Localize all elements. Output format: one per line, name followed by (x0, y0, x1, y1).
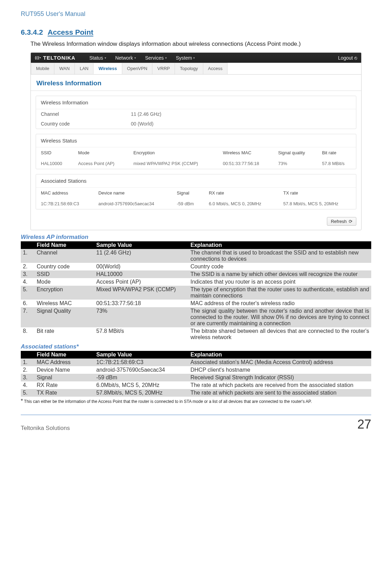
logout-icon: ⎋ (354, 55, 357, 61)
table-row: 2.Device Nameandroid-3757690c5aecac34DHC… (21, 366, 371, 374)
col-txrate: TX rate (278, 188, 356, 198)
info-row-country: Country code 00 (World) (36, 119, 356, 129)
card-title-info: Wireless Information (36, 96, 356, 109)
info-value: 00 (World) (131, 121, 153, 127)
col-encryption: Encryption (128, 147, 218, 158)
brand-text: TELTONIKA (43, 55, 75, 61)
associated-stations-card: Associated Stations MAC address Device n… (36, 174, 356, 209)
page-number: 27 (357, 417, 371, 432)
table-row: 5.TX Rate57.8Mbit/s, MCS 5, 20MHzThe rat… (21, 389, 371, 397)
tab-access[interactable]: Access (203, 63, 228, 74)
logout-link[interactable]: Logout ⎋ (338, 55, 357, 61)
brand-logo: (((• TELTONIKA (35, 55, 75, 61)
card-title-status: Wireless Status (36, 134, 356, 147)
nav-system[interactable]: System▾ (176, 55, 195, 61)
table-row: 2.Country code00(World)Country code (21, 263, 371, 270)
info-row-channel: Channel 11 (2.46 GHz) (36, 109, 356, 119)
card-title-assoc: Associated Stations (36, 174, 356, 188)
section-number: 6.3.4.2 (21, 28, 43, 36)
table-row: 3.SSIDHAL10000The SSID is a name by whic… (21, 270, 371, 278)
col-mac: MAC address (36, 188, 93, 198)
col-mode: Mode (73, 147, 129, 158)
col-sample: Sample Value (94, 351, 188, 359)
footnote: * This can either be the information of … (21, 398, 371, 404)
info-value: 11 (2.46 GHz) (131, 111, 161, 117)
refresh-icon: ⟳ (349, 219, 353, 224)
refresh-row: Refresh ⟳ (31, 214, 361, 230)
table-row: 3.Signal-59 dBmReceived Signal Strength … (21, 374, 371, 381)
col-signal: Signal (172, 188, 204, 198)
ap-heading: Wireless AP information (21, 234, 371, 241)
table-row: 8.Bit rate57.8 MBit/sThe bitrate shared … (21, 327, 371, 341)
tab-topology[interactable]: Topology (175, 63, 203, 74)
col-signal: Signal quality (273, 147, 317, 158)
tab-openvpn[interactable]: OpenVPN (122, 63, 153, 74)
tab-vrrp[interactable]: VRRP (152, 63, 175, 74)
table-row: 7.Signal Quality73%The signal quality be… (21, 307, 371, 327)
col-blank (21, 351, 35, 359)
col-field: Field Name (35, 241, 94, 249)
chevron-down-icon: ▾ (193, 56, 195, 60)
assoc-table: MAC address Device name Signal RX rate T… (36, 188, 356, 209)
table-row: 4.RX Rate6.0Mbit/s, MCS 5, 20MHzThe rate… (21, 381, 371, 389)
col-bitrate: Bit rate (317, 147, 356, 158)
col-explanation: Explanation (188, 351, 371, 359)
refresh-label: Refresh (331, 219, 347, 224)
col-rxrate: RX rate (204, 188, 278, 198)
main-nav: Status▾ Network▾ Services▾ System▾ (89, 55, 338, 61)
tab-mobile[interactable]: Mobile (31, 63, 54, 74)
col-field: Field Name (35, 351, 94, 359)
nav-services[interactable]: Services▾ (145, 55, 167, 61)
refresh-button[interactable]: Refresh ⟳ (327, 217, 356, 226)
tab-wan[interactable]: WAN (54, 63, 75, 74)
info-key: Channel (41, 111, 131, 117)
chevron-down-icon: ▾ (165, 56, 167, 60)
tab-lan[interactable]: LAN (74, 63, 93, 74)
panel-title: Wireless Information (31, 75, 361, 91)
table-row: 6.Wireless MAC00:51:33:77:56:18MAC addre… (21, 300, 371, 307)
chevron-down-icon: ▾ (105, 56, 106, 60)
sub-tabs: Mobile WAN LAN Wireless OpenVPN VRRP Top… (31, 63, 361, 75)
nav-status[interactable]: Status▾ (89, 55, 106, 61)
col-mac: Wireless MAC (218, 147, 274, 158)
status-row: HAL10000 Access Point (AP) mixed WPA/WPA… (36, 158, 356, 169)
col-devicename: Device name (93, 188, 172, 198)
intro-paragraph: The Wireless Information window displays… (30, 41, 371, 48)
page-footer: Teltonika Solutions 27 (21, 415, 371, 432)
col-ssid: SSID (36, 147, 73, 158)
status-table: SSID Mode Encryption Wireless MAC Signal… (36, 147, 356, 169)
app-topbar: (((• TELTONIKA Status▾ Network▾ Services… (31, 53, 361, 63)
wireless-status-card: Wireless Status SSID Mode Encryption Wir… (36, 134, 356, 169)
col-sample: Sample Value (94, 241, 188, 249)
info-key: Country code (41, 121, 131, 127)
col-explanation: Explanation (188, 241, 371, 249)
table-row: 1.MAC Address1C:7B:21:58:69:C3Associated… (21, 359, 371, 366)
logo-icon: (((• (35, 56, 41, 60)
assoc-info-table: Field Name Sample Value Explanation 1.MA… (21, 351, 371, 397)
wireless-info-card: Wireless Information Channel 11 (2.46 GH… (36, 96, 356, 129)
table-row: 5.EncryptionMixed WPA/WPA2 PSK (CCMP)The… (21, 286, 371, 300)
footer-text: Teltonika Solutions (21, 425, 70, 432)
ap-info-table: Field Name Sample Value Explanation 1.Ch… (21, 241, 371, 341)
screenshot-panel: (((• TELTONIKA Status▾ Network▾ Services… (30, 52, 362, 230)
tab-wireless[interactable]: Wireless (93, 63, 122, 74)
table-row: 1.Channel11 (2.46 GHz)The channel that i… (21, 249, 371, 263)
table-row: 4.ModeAccess Point (AP)Indicates that yo… (21, 278, 371, 286)
assoc-row: 1C:7B:21:58:69:C3 android-3757690c5aecac… (36, 198, 356, 209)
nav-network[interactable]: Network▾ (115, 55, 136, 61)
col-blank (21, 241, 35, 249)
chevron-down-icon: ▾ (134, 56, 136, 60)
doc-header: RUT955 User's Manual (21, 10, 371, 18)
as-heading: Associated stations* (21, 343, 371, 350)
section-title: Access Point (48, 28, 93, 36)
